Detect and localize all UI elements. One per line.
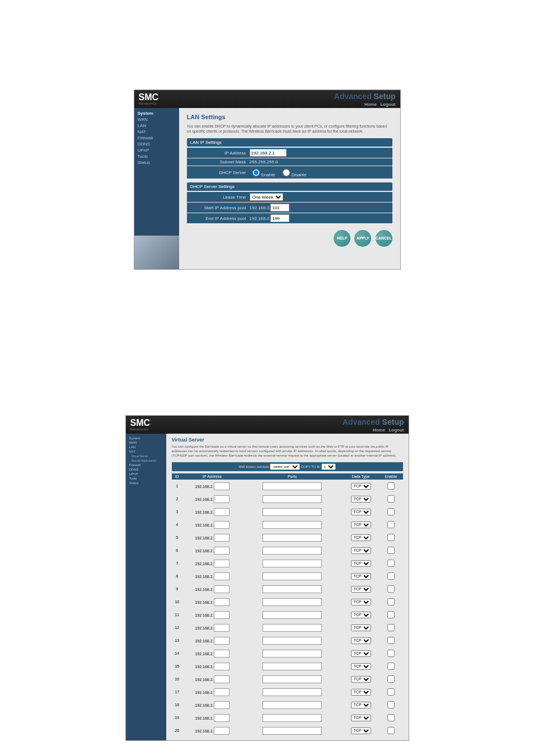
data-type-select[interactable]: TCP: [351, 702, 371, 708]
ports-input[interactable]: [263, 508, 322, 516]
ip-suffix-input[interactable]: [214, 650, 229, 658]
data-type-select[interactable]: TCP: [351, 727, 371, 734]
enable-checkbox[interactable]: [387, 495, 395, 503]
sidebar-item-system[interactable]: System: [126, 436, 166, 440]
sidebar-item-upnp[interactable]: UPnP: [134, 147, 179, 153]
ip-suffix-input[interactable]: [214, 688, 229, 696]
home-link[interactable]: Home: [364, 102, 377, 107]
ports-input[interactable]: [263, 598, 322, 606]
ports-input[interactable]: [263, 547, 322, 555]
ip-suffix-input[interactable]: [214, 637, 229, 645]
ip-suffix-input[interactable]: [214, 624, 229, 632]
ip-suffix-input[interactable]: [214, 521, 229, 529]
enable-checkbox[interactable]: [387, 521, 395, 528]
data-type-select[interactable]: TCP: [351, 483, 371, 490]
ip-suffix-input[interactable]: [214, 547, 229, 555]
ip-suffix-input[interactable]: [214, 508, 229, 516]
sidebar-item-status[interactable]: Status: [126, 481, 166, 485]
data-type-select[interactable]: TCP: [351, 612, 371, 618]
sidebar-item-lan[interactable]: LAN: [134, 123, 179, 129]
data-type-select[interactable]: TCP: [351, 637, 371, 644]
ip-suffix-input[interactable]: [214, 534, 229, 542]
sidebar-item-firewall[interactable]: Firewall: [134, 135, 179, 141]
ports-input[interactable]: [263, 624, 322, 632]
ip-suffix-input[interactable]: [214, 727, 229, 735]
cancel-button[interactable]: CANCEL: [376, 230, 392, 247]
sidebar-item-status[interactable]: Status: [134, 159, 179, 166]
sidebar-item-ddns[interactable]: DDNS: [126, 467, 166, 472]
enable-checkbox[interactable]: [387, 611, 395, 618]
enable-checkbox[interactable]: [387, 547, 395, 554]
ip-suffix-input[interactable]: [214, 714, 229, 722]
data-type-select[interactable]: TCP: [351, 599, 371, 605]
sidebar-item-nat[interactable]: NAT: [134, 129, 179, 135]
sidebar-item-tools[interactable]: Tools: [126, 476, 166, 481]
dhcp-enable-radio[interactable]: Enable: [250, 172, 275, 177]
data-type-select[interactable]: TCP: [351, 573, 371, 580]
data-type-select[interactable]: TCP: [351, 715, 371, 721]
data-type-select[interactable]: TCP: [351, 496, 371, 503]
sidebar-item-lan[interactable]: LAN: [126, 445, 166, 449]
sidebar-item-system[interactable]: System: [134, 110, 179, 116]
sidebar-item-nat[interactable]: NAT: [126, 449, 166, 454]
copyto-id-select[interactable]: 1: [321, 463, 336, 470]
sidebar-item-ddns[interactable]: DDNS: [134, 141, 179, 147]
dhcp-disable-radio[interactable]: Disable: [280, 172, 307, 177]
enable-checkbox[interactable]: [387, 727, 395, 734]
enable-checkbox[interactable]: [387, 637, 395, 644]
enable-checkbox[interactable]: [387, 560, 395, 567]
ports-input[interactable]: [263, 701, 322, 709]
ip-suffix-input[interactable]: [214, 482, 229, 490]
sidebar-subitem-virtual-server[interactable]: Virtual Server: [126, 454, 166, 458]
ports-input[interactable]: [263, 560, 322, 567]
enable-checkbox[interactable]: [387, 650, 395, 657]
enable-checkbox[interactable]: [387, 585, 395, 593]
enable-checkbox[interactable]: [387, 534, 395, 541]
enable-checkbox[interactable]: [387, 663, 395, 670]
data-type-select[interactable]: TCP: [351, 586, 371, 593]
start-ip-input[interactable]: [270, 204, 289, 212]
data-type-select[interactable]: TCP: [351, 624, 371, 631]
home-link[interactable]: Home: [373, 428, 385, 433]
data-type-select[interactable]: TCP: [351, 676, 371, 683]
ports-input[interactable]: [263, 675, 322, 683]
sidebar-item-upnp[interactable]: UPnP: [126, 472, 166, 476]
data-type-select[interactable]: TCP: [351, 509, 371, 515]
ports-input[interactable]: [263, 482, 322, 490]
ports-input[interactable]: [263, 727, 322, 735]
sidebar-item-wan[interactable]: WAN: [134, 116, 179, 123]
sidebar-item-wan[interactable]: WAN: [126, 440, 166, 445]
ip-suffix-input[interactable]: [214, 560, 229, 567]
ports-input[interactable]: [263, 611, 322, 619]
logout-link[interactable]: Logout: [380, 102, 395, 107]
wellknown-select[interactable]: -select one-: [270, 463, 300, 470]
enable-checkbox[interactable]: [387, 572, 395, 580]
sidebar-item-firewall[interactable]: Firewall: [126, 463, 166, 467]
enable-checkbox[interactable]: [387, 714, 395, 721]
enable-checkbox[interactable]: [387, 701, 395, 708]
ports-input[interactable]: [263, 521, 322, 529]
enable-checkbox[interactable]: [387, 482, 395, 490]
data-type-select[interactable]: TCP: [351, 560, 371, 567]
ip-suffix-input[interactable]: [214, 598, 229, 606]
help-button[interactable]: HELP: [334, 230, 350, 247]
ip-suffix-input[interactable]: [214, 701, 229, 709]
ip-suffix-input[interactable]: [214, 675, 229, 683]
logout-link[interactable]: Logout: [388, 428, 404, 433]
sidebar-item-tools[interactable]: Tools: [134, 153, 179, 159]
ports-input[interactable]: [263, 663, 322, 670]
ports-input[interactable]: [263, 495, 322, 503]
enable-checkbox[interactable]: [387, 688, 395, 696]
ip-suffix-input[interactable]: [214, 572, 229, 580]
ports-input[interactable]: [263, 572, 322, 580]
ports-input[interactable]: [263, 585, 322, 593]
ports-input[interactable]: [263, 688, 322, 696]
enable-checkbox[interactable]: [387, 598, 395, 605]
ports-input[interactable]: [263, 650, 322, 658]
sidebar-subitem-special-apps[interactable]: Special Applications: [126, 458, 166, 463]
ip-suffix-input[interactable]: [214, 495, 229, 503]
data-type-select[interactable]: TCP: [351, 689, 371, 696]
ip-suffix-input[interactable]: [214, 611, 229, 619]
lease-time-select[interactable]: One Week: [250, 193, 283, 201]
ports-input[interactable]: [263, 637, 322, 645]
